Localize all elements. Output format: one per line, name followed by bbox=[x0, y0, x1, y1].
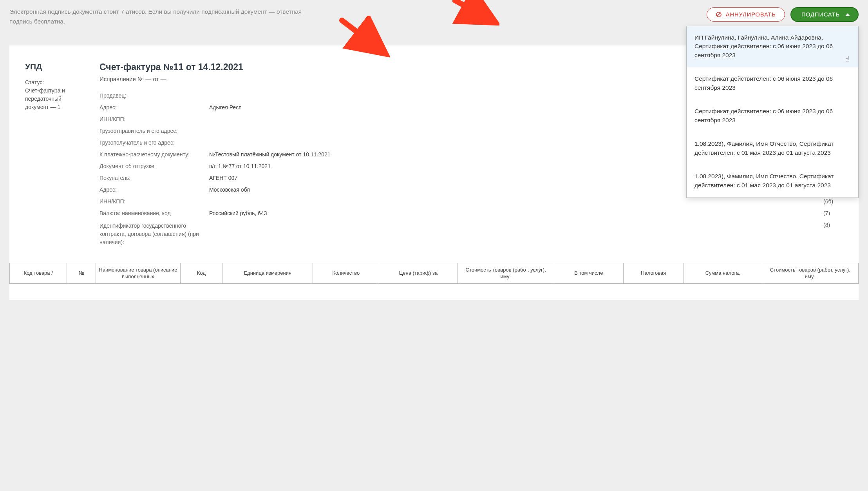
field-label: Адрес: bbox=[99, 104, 209, 111]
status-text: Счет-фактура и передаточный документ — 1 bbox=[25, 87, 65, 110]
column-header: Единица измерения bbox=[222, 263, 313, 283]
certificate-option-label: ИП Гайнулина, Гайнулина, Алина Айдаровна… bbox=[694, 34, 833, 58]
cancel-icon bbox=[716, 11, 722, 18]
field-label: Адрес: bbox=[99, 187, 209, 193]
column-header: Сумма налога, bbox=[684, 263, 762, 283]
signature-hint: Электронная подпись документа стоит 7 ат… bbox=[9, 7, 315, 27]
column-header: № bbox=[67, 263, 96, 283]
annotation-arrow-item bbox=[339, 16, 390, 59]
column-header: В том числе bbox=[554, 263, 623, 283]
field-line-number: (7) bbox=[812, 210, 843, 216]
column-header: Код товара / bbox=[10, 263, 67, 283]
pointer-cursor-icon: ☝︎ bbox=[845, 54, 850, 64]
svg-line-5 bbox=[342, 20, 382, 51]
field-label: Документ об отгрузке bbox=[99, 163, 209, 169]
column-header: Налоговая bbox=[623, 263, 684, 283]
certificate-option[interactable]: Сертификат действителен: с 06 июня 2023 … bbox=[687, 100, 858, 132]
certificate-option[interactable]: Сертификат действителен: с 06 июня 2023 … bbox=[687, 67, 858, 100]
field-label: К платежно-расчетному документу: bbox=[99, 151, 209, 158]
sign-label: ПОДПИСАТЬ bbox=[801, 11, 840, 18]
certificate-option-label: Сертификат действителен: с 06 июня 2023 … bbox=[694, 75, 833, 91]
field-label: ИНН/КПП: bbox=[99, 198, 209, 205]
field-value: Российский рубль, 643 bbox=[209, 210, 812, 216]
certificate-option-label: 1.08.2023), Фамилия, Имя Отчество, Серти… bbox=[694, 140, 834, 156]
field-label: Покупатель: bbox=[99, 175, 209, 181]
invoice-items-table: Код товара /№Наименование товара (описан… bbox=[9, 263, 859, 284]
field-label: Продавец: bbox=[99, 92, 209, 99]
cancel-button[interactable]: АННУЛИРОВАТЬ bbox=[707, 7, 785, 22]
certificate-option[interactable]: ИП Гайнулина, Гайнулина, Алина Айдаровна… bbox=[687, 26, 858, 67]
svg-line-1 bbox=[717, 13, 720, 16]
field-line-number: (6б) bbox=[812, 198, 843, 205]
column-header: Наименование товара (описание выполненны… bbox=[96, 263, 180, 283]
field-label: ИНН/КПП: bbox=[99, 116, 209, 122]
field-label: Грузополучатель и его адрес: bbox=[99, 140, 209, 146]
certificate-option-label: 1.08.2023), Фамилия, Имя Отчество, Серти… bbox=[694, 173, 834, 188]
certificate-dropdown: ИП Гайнулина, Гайнулина, Алина Айдаровна… bbox=[686, 26, 859, 198]
field-label: Валюта: наименование, код bbox=[99, 210, 209, 216]
column-header: Количество bbox=[313, 263, 379, 283]
column-header: Цена (тариф) за bbox=[379, 263, 458, 283]
table-header-row: Код товара /№Наименование товара (описан… bbox=[10, 263, 859, 283]
annotation-arrow-sign bbox=[452, 0, 499, 31]
status-label: Статус: bbox=[25, 79, 44, 85]
field-label: Идентификатор государственного контракта… bbox=[99, 222, 209, 246]
column-header: Стоимость товаров (работ, услуг), иму- bbox=[762, 263, 858, 283]
column-header: Код bbox=[180, 263, 222, 283]
doc-type-title: УПД bbox=[25, 62, 80, 71]
caret-up-icon bbox=[845, 13, 850, 16]
svg-line-3 bbox=[454, 0, 492, 20]
column-header: Стоимость товаров (работ, услуг), иму- bbox=[458, 263, 554, 283]
sign-button[interactable]: ПОДПИСАТЬ bbox=[790, 7, 859, 22]
cancel-label: АННУЛИРОВАТЬ bbox=[726, 11, 776, 18]
document-side-info: УПД Статус: Счет-фактура и передаточный … bbox=[25, 62, 80, 111]
field-label: Грузоотправитель и его адрес: bbox=[99, 128, 209, 134]
certificate-option[interactable]: 1.08.2023), Фамилия, Имя Отчество, Серти… bbox=[687, 165, 858, 197]
field-line-number: (8) bbox=[812, 222, 843, 228]
certificate-option[interactable]: 1.08.2023), Фамилия, Имя Отчество, Серти… bbox=[687, 132, 858, 165]
certificate-option-label: Сертификат действителен: с 06 июня 2023 … bbox=[694, 108, 833, 123]
action-bar: АННУЛИРОВАТЬ ПОДПИСАТЬ bbox=[707, 7, 859, 22]
